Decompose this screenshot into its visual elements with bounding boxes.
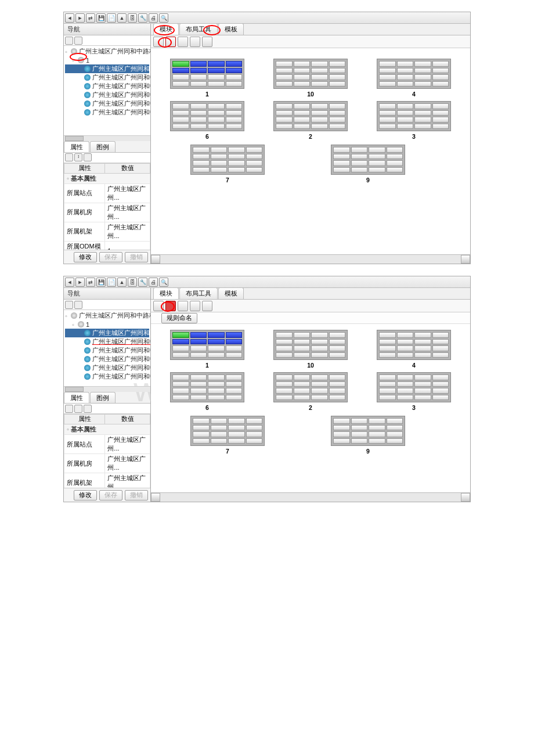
clipboard-icon[interactable] xyxy=(178,37,188,47)
save-icon[interactable]: 💾 xyxy=(96,13,106,23)
tree-sub[interactable]: ◦ 1 xyxy=(65,56,149,64)
module-box[interactable]: 3 xyxy=(368,101,460,140)
open-icon[interactable] xyxy=(190,37,200,47)
list-icon[interactable] xyxy=(153,301,164,311)
tree-sub[interactable]: ◦ 1 xyxy=(65,320,149,329)
prop-row[interactable]: 所属站点广州主城区广州... xyxy=(64,183,150,203)
save-button[interactable]: 保存 xyxy=(99,252,122,262)
new-icon[interactable] xyxy=(153,37,164,47)
arrow-icon[interactable]: ▲ xyxy=(117,13,127,23)
h-scrollbar[interactable] xyxy=(151,254,470,264)
tab-legend[interactable]: 图例 xyxy=(90,141,116,152)
tree-item[interactable]: 广州主城区广州同和中路 xyxy=(65,346,149,355)
property-grid[interactable]: 属性数值 ◦ 基本属性 所属站点广州主城区广州... 所属机房广州主城区广州..… xyxy=(64,414,150,488)
nav-back-icon[interactable]: ◄ xyxy=(65,278,74,287)
grid-icon[interactable] xyxy=(178,301,188,311)
save-button[interactable]: 保存 xyxy=(99,490,122,501)
port-free-icon[interactable] xyxy=(172,74,189,80)
tree-scrollbar[interactable] xyxy=(64,135,150,141)
tool-icon[interactable]: 🔧 xyxy=(138,13,147,23)
arrow-icon[interactable]: ▲ xyxy=(117,278,127,287)
tree-item[interactable]: 广州主城区广州同和中路 xyxy=(65,363,149,372)
sort-icon[interactable] xyxy=(74,405,82,413)
prop-btn3[interactable] xyxy=(84,153,92,161)
tab-module[interactable]: 模块 xyxy=(153,288,179,299)
tree-item[interactable]: 广州主城区广州同和中路 xyxy=(65,108,149,117)
port-used-icon[interactable] xyxy=(190,332,207,338)
tree-item[interactable]: 广州主城区广州同和中路 xyxy=(65,99,149,108)
prop-row[interactable]: 所属ODM模块1 xyxy=(64,241,150,250)
module-box[interactable]: 9 xyxy=(331,145,405,183)
port-used-icon[interactable] xyxy=(226,68,243,74)
property-grid[interactable]: 属性数值 ◦ 基本属性 所属站点广州主城区广州... 所属机房广州主城区广州..… xyxy=(64,163,150,250)
print-icon[interactable]: 🖨 xyxy=(149,13,158,23)
port-free-icon[interactable] xyxy=(190,81,207,87)
prop-row[interactable]: 所属机房广州主城区广州... xyxy=(64,203,150,222)
canvas[interactable]: 1 10 4 6 2 3 7 9 xyxy=(151,324,470,492)
module-box[interactable]: 10 xyxy=(265,59,356,98)
port-active-icon[interactable] xyxy=(172,61,189,67)
tab-legend[interactable]: 图例 xyxy=(90,392,116,403)
prop-row[interactable]: 所属站点广州主城区广州... xyxy=(64,435,150,454)
color-icon[interactable] xyxy=(190,301,200,311)
tree-root[interactable]: ◦ 广州主城区广州同和中路梅宾北 xyxy=(65,47,149,56)
tree-scrollbar[interactable] xyxy=(64,386,150,392)
nav-fwd-icon[interactable]: ► xyxy=(75,13,85,23)
rule-rename-button[interactable]: 规则命名 xyxy=(161,313,197,323)
module-box[interactable]: 4 xyxy=(368,330,460,369)
file-icon[interactable]: 📄 xyxy=(107,13,116,23)
module-box[interactable]: 6 xyxy=(161,101,253,140)
tab-layout[interactable]: 布局工具 xyxy=(179,288,218,299)
prop-row[interactable]: 所属机架广州主城区广州... xyxy=(64,222,150,241)
canvas[interactable]: 1 10 4 6 2 3 7 9 xyxy=(151,48,470,254)
module-box[interactable]: 3 xyxy=(368,372,460,411)
port-used-icon[interactable] xyxy=(226,339,243,345)
tree-btn1[interactable] xyxy=(65,301,73,309)
nav-icon[interactable]: ⇄ xyxy=(86,278,95,287)
nav-fwd-icon[interactable]: ► xyxy=(75,278,85,287)
module-box[interactable]: 7 xyxy=(190,416,265,455)
modify-button[interactable]: 修改 xyxy=(74,490,97,501)
tab-template[interactable]: 模板 xyxy=(218,288,244,299)
list-icon[interactable] xyxy=(202,37,212,47)
prop-row[interactable]: 所属机房广州主城区广州... xyxy=(64,454,150,473)
tree-root[interactable]: ◦ 广州主城区广州同和中路梅宾北 xyxy=(65,311,149,320)
tab-attr[interactable]: 属性 xyxy=(64,141,89,152)
tree-item[interactable]: 广州主城区广州同和中路 xyxy=(65,372,149,381)
tree-item[interactable]: 广州主城区广州同和中路 xyxy=(65,337,149,346)
port-used-icon[interactable] xyxy=(208,339,225,345)
modify-button[interactable]: 修改 xyxy=(74,252,97,262)
db-icon[interactable]: 🗄 xyxy=(128,278,137,287)
port-used-icon[interactable] xyxy=(172,68,189,74)
tree-btn2[interactable] xyxy=(74,37,82,45)
port-free-icon[interactable] xyxy=(226,74,243,80)
module-box[interactable]: 4 xyxy=(368,59,460,98)
port-free-icon[interactable] xyxy=(208,81,225,87)
tree-item[interactable]: 广州主城区广州同和中路 xyxy=(65,82,149,91)
align-icon[interactable] xyxy=(165,301,176,311)
port-free-icon[interactable] xyxy=(190,74,207,80)
module-box[interactable]: 7 xyxy=(190,145,265,183)
sort-icon[interactable]: ↕ xyxy=(74,153,82,161)
port-free-icon[interactable] xyxy=(172,81,189,87)
nav-back-icon[interactable]: ◄ xyxy=(65,13,74,23)
module-box[interactable]: 2 xyxy=(265,101,356,140)
port-used-icon[interactable] xyxy=(208,332,225,338)
port-active-icon[interactable] xyxy=(172,332,189,338)
tab-layout[interactable]: 布局工具 xyxy=(179,24,218,35)
cancel-button[interactable]: 撤销 xyxy=(125,490,148,501)
port-used-icon[interactable] xyxy=(190,339,207,345)
prop-btn1[interactable] xyxy=(65,405,73,413)
port-free-icon[interactable] xyxy=(208,74,225,80)
module-box[interactable]: 9 xyxy=(331,416,405,455)
module-box[interactable]: 1 xyxy=(161,330,253,369)
search-icon[interactable]: 🔍 xyxy=(159,278,168,287)
file-icon[interactable]: 📄 xyxy=(107,278,116,287)
nav-icon[interactable]: ⇄ xyxy=(86,13,95,23)
port-free-icon[interactable] xyxy=(226,81,243,87)
module-box[interactable]: 10 xyxy=(265,330,356,369)
tab-attr[interactable]: 属性 xyxy=(64,392,89,403)
module-box[interactable]: 1 xyxy=(161,59,253,98)
tree-item[interactable]: 广州主城区广州同和中路 xyxy=(65,355,149,363)
tool-icon[interactable]: 🔧 xyxy=(138,278,147,287)
